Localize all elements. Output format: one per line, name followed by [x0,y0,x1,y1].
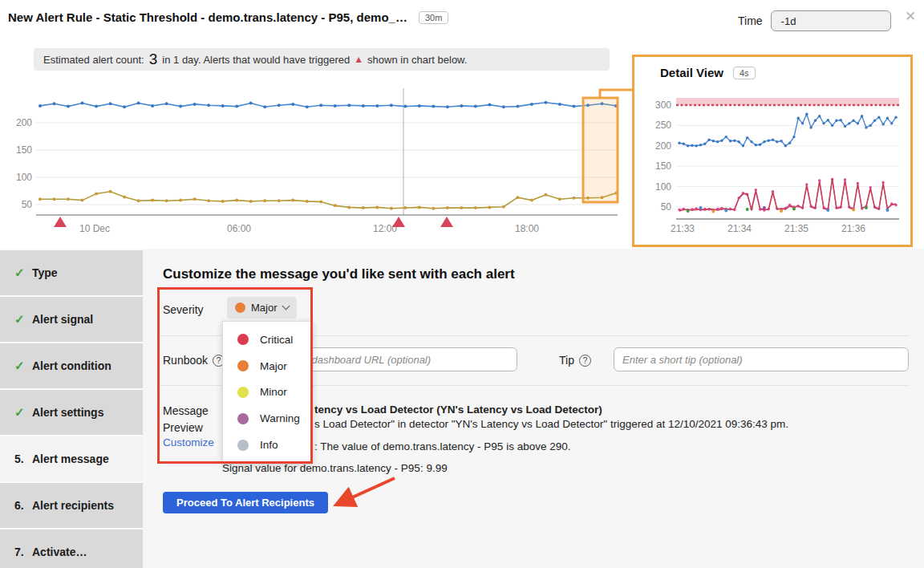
sidebar-item-alert-message[interactable]: 5.Alert message [0,436,143,481]
time-range-input[interactable] [771,10,891,31]
svg-text:06:00: 06:00 [227,223,251,234]
severity-option-minor[interactable]: Minor [223,379,312,405]
severity-option-critical[interactable]: Critical [223,327,312,352]
severity-option-label: Warning [260,412,300,424]
time-label: Time [738,14,763,27]
sidebar-item-alert-settings[interactable]: ✓Alert settings [0,390,143,435]
banner-text: Estimated alert count: [43,54,144,66]
section-heading: Customize the message you'd like sent wi… [163,266,515,282]
banner-text: in 1 day. Alerts that would have trigger… [162,54,350,66]
sidebar-item-label: Alert message [32,452,109,465]
sidebar-item-alert-recipients[interactable]: 6.Alert recipients [0,483,143,528]
svg-text:150: 150 [16,144,32,156]
severity-value: Major [251,302,278,314]
proceed-to-alert-recipients-button[interactable]: Proceed To Alert Recipients [163,492,328,513]
wizard-steps-sidebar: ✓Type✓Alert signal✓Alert condition✓Alert… [0,249,143,568]
severity-color-dot [237,440,249,451]
check-icon: ✓ [14,312,32,327]
message-preview-label: Message Preview [163,403,224,436]
severity-color-dot [237,334,249,345]
tip-label: Tip ? [559,354,591,367]
sidebar-item-label: Alert recipients [32,499,114,512]
svg-text:21:33: 21:33 [671,223,695,234]
severity-option-major[interactable]: Major [223,353,312,379]
runbook-label: Runbook ? [163,354,225,367]
banner-text: shown in chart below. [367,54,467,66]
preview-line: : The value of demo.trans.latency - P95 … [314,440,570,452]
help-icon[interactable]: ? [579,355,591,367]
svg-text:21:36: 21:36 [841,223,865,234]
alert-triangle-icon: ▲ [354,54,363,65]
sidebar-item-label: Alert signal [32,313,93,326]
severity-option-label: Critical [260,334,293,346]
detail-view-title: Detail View [660,66,723,79]
svg-text:21:35: 21:35 [784,223,808,234]
severity-dropdown-menu: CriticalMajorMinorWarningInfo [222,321,313,464]
estimated-alert-banner: Estimated alert count: 3 in 1 day. Alert… [34,48,610,71]
alert-rule-page: New Alert Rule - Static Threshold - demo… [0,0,924,568]
severity-option-label: Info [260,439,278,451]
svg-text:200: 200 [655,140,671,152]
sidebar-item-alert-signal[interactable]: ✓Alert signal [0,297,143,342]
sidebar-item-type[interactable]: ✓Type [0,250,143,295]
sidebar-item-label: Activate… [32,546,87,558]
severity-option-warning[interactable]: Warning [223,406,312,432]
svg-text:10 Dec: 10 Dec [79,223,110,234]
sidebar-item-label: Type [32,266,58,279]
header: New Alert Rule - Static Threshold - demo… [8,10,448,24]
sidebar-item-label: Alert settings [32,406,103,419]
preview-line: Signal value for demo.trans.latency - P9… [222,462,448,474]
svg-text:12:00: 12:00 [373,223,397,234]
page-title: New Alert Rule - Static Threshold - demo… [8,10,407,24]
check-icon: ✓ [14,405,32,420]
svg-text:200: 200 [16,117,32,128]
svg-text:250: 250 [655,120,671,131]
severity-color-dot [237,413,249,424]
preview-line: s Load Detector" in detector "YN's Laten… [314,418,788,430]
severity-dropdown-button[interactable]: Major [227,297,297,318]
svg-text:150: 150 [655,160,671,172]
preview-line: tency vs Load Detector (YN's Latency vs … [314,404,602,416]
severity-color-dot [237,360,249,371]
alert-count: 3 [149,51,158,68]
sidebar-item-activate[interactable]: 7.Activate… [0,529,143,568]
chevron-down-icon [282,302,290,310]
sidebar-item-alert-condition[interactable]: ✓Alert condition [0,343,143,388]
severity-color-dot [237,387,249,398]
detail-view-panel: Detail View 4s 3002502001501005021:3321:… [632,55,913,247]
step-number: 5. [14,452,32,465]
detail-view-chart: 3002502001501005021:3321:3421:3521:36 [634,84,910,245]
chart-resolution-badge: 30m [419,11,448,24]
svg-text:50: 50 [22,199,33,210]
sidebar-item-label: Alert condition [32,359,111,372]
svg-text:21:34: 21:34 [727,223,752,234]
severity-option-label: Minor [260,386,287,398]
severity-label: Severity [163,303,204,316]
detail-resolution-badge: 4s [733,67,756,79]
tip-input[interactable] [614,347,909,371]
check-icon: ✓ [14,266,32,280]
svg-text:300: 300 [655,99,671,111]
close-icon[interactable]: ✕ [905,8,916,25]
severity-color-dot [235,302,245,313]
severity-option-label: Major [260,360,287,372]
severity-option-info[interactable]: Info [223,432,312,458]
svg-text:100: 100 [16,172,32,183]
svg-text:50: 50 [661,201,672,213]
step-number: 7. [14,546,32,558]
svg-text:100: 100 [655,181,671,193]
time-range-group: Time [738,10,891,31]
customize-link[interactable]: Customize [163,436,214,448]
svg-text:18:00: 18:00 [515,223,539,234]
check-icon: ✓ [14,359,32,373]
step-number: 6. [14,499,32,512]
